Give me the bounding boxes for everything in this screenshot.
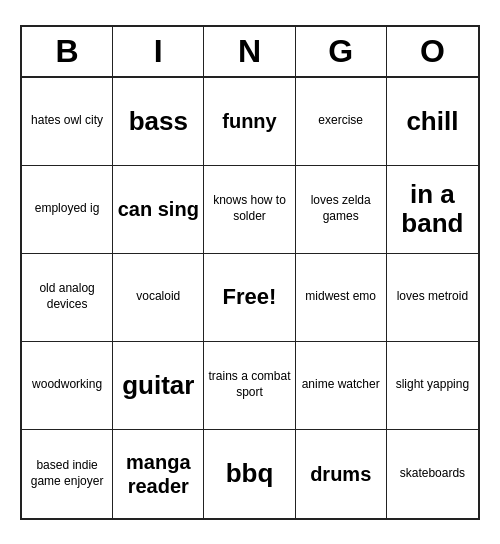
bingo-cell-20: based indie game enjoyer [22,430,113,518]
cell-label: can sing [118,197,199,221]
header-letter-i: I [113,27,204,76]
cell-label: woodworking [32,377,102,393]
bingo-cell-9: in a band [387,166,478,254]
bingo-card: BINGO hates owl citybassfunnyexercisechi… [20,25,480,520]
cell-label: employed ig [35,201,100,217]
bingo-cell-8: loves zelda games [296,166,387,254]
cell-label: skateboards [400,466,465,482]
bingo-cell-2: funny [204,78,295,166]
bingo-cell-18: anime watcher [296,342,387,430]
bingo-cell-5: employed ig [22,166,113,254]
bingo-grid: hates owl citybassfunnyexercisechillempl… [22,78,478,518]
cell-label: drums [310,462,371,486]
bingo-cell-6: can sing [113,166,204,254]
cell-label: loves zelda games [300,193,382,224]
cell-label: old analog devices [26,281,108,312]
bingo-cell-14: loves metroid [387,254,478,342]
bingo-cell-4: chill [387,78,478,166]
cell-label: exercise [318,113,363,129]
bingo-cell-16: guitar [113,342,204,430]
cell-label: loves metroid [397,289,468,305]
cell-label: bass [129,107,188,136]
cell-label: funny [222,109,276,133]
bingo-cell-3: exercise [296,78,387,166]
bingo-cell-24: skateboards [387,430,478,518]
cell-label: midwest emo [305,289,376,305]
header-letter-o: O [387,27,478,76]
cell-label: knows how to solder [208,193,290,224]
bingo-cell-10: old analog devices [22,254,113,342]
bingo-cell-0: hates owl city [22,78,113,166]
cell-label: anime watcher [302,377,380,393]
bingo-cell-7: knows how to solder [204,166,295,254]
bingo-cell-13: midwest emo [296,254,387,342]
bingo-cell-19: slight yapping [387,342,478,430]
bingo-cell-1: bass [113,78,204,166]
bingo-cell-23: drums [296,430,387,518]
cell-label: slight yapping [396,377,469,393]
cell-label: chill [406,107,458,136]
bingo-cell-15: woodworking [22,342,113,430]
header-letter-n: N [204,27,295,76]
cell-label: hates owl city [31,113,103,129]
bingo-cell-22: bbq [204,430,295,518]
cell-label: vocaloid [136,289,180,305]
cell-label: guitar [122,371,194,400]
bingo-header: BINGO [22,27,478,78]
cell-label: manga reader [117,450,199,498]
bingo-cell-12: Free! [204,254,295,342]
cell-label: Free! [223,283,277,312]
bingo-cell-17: trains a combat sport [204,342,295,430]
cell-label: trains a combat sport [208,369,290,400]
bingo-cell-11: vocaloid [113,254,204,342]
cell-label: bbq [226,459,274,488]
header-letter-g: G [296,27,387,76]
header-letter-b: B [22,27,113,76]
cell-label: in a band [391,180,474,237]
cell-label: based indie game enjoyer [26,458,108,489]
bingo-cell-21: manga reader [113,430,204,518]
